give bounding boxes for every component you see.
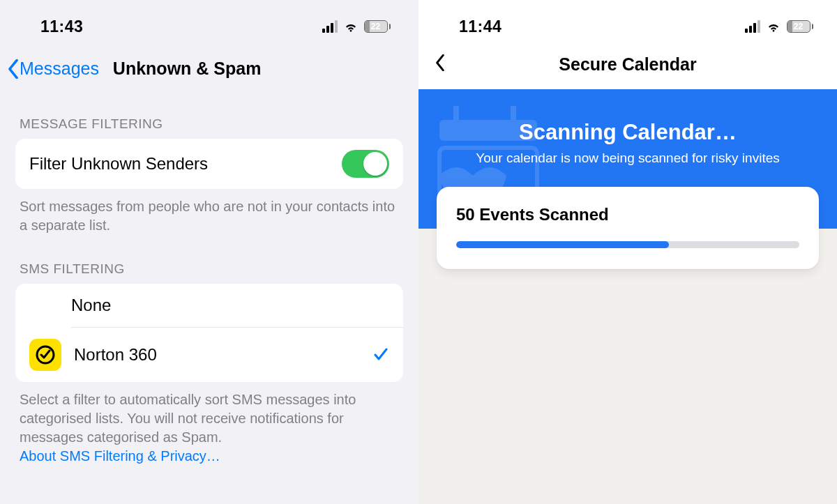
back-button[interactable]: Messages [7, 59, 99, 79]
chevron-left-icon [7, 59, 20, 79]
section-footer-text: Select a filter to automatically sort SM… [15, 382, 403, 466]
status-time: 11:43 [40, 17, 83, 36]
status-bar: 11:43 22 [0, 0, 418, 42]
svg-rect-2 [453, 106, 459, 127]
row-label: Filter Unknown Senders [29, 154, 342, 174]
status-indicators: 22 [322, 20, 391, 33]
row-filter-unknown-senders[interactable]: Filter Unknown Senders [15, 139, 403, 189]
page-title: Secure Calendar [559, 54, 696, 75]
scan-progress-card: 50 Events Scanned [437, 187, 819, 269]
settings-unknown-spam-screen: 11:43 22 Messages Unknown & Spam MESSAGE… [0, 0, 418, 504]
battery-icon: 22 [787, 20, 814, 33]
nav-bar: Messages Unknown & Spam [0, 42, 418, 86]
about-sms-filtering-link[interactable]: About SMS Filtering & Privacy… [20, 448, 220, 464]
status-bar: 11:44 22 [418, 0, 837, 42]
nav-bar: Secure Calendar [418, 42, 837, 79]
sms-filter-option-norton[interactable]: Norton 360 [15, 328, 403, 382]
status-indicators: 22 [745, 20, 814, 33]
page-title: Unknown & Spam [113, 59, 262, 79]
card: Filter Unknown Senders [15, 139, 403, 189]
wifi-icon [343, 21, 359, 32]
status-time: 11:44 [459, 17, 502, 36]
option-label: None [71, 296, 389, 315]
sms-filter-option-none[interactable]: None [15, 284, 403, 327]
section-sms-filtering: SMS FILTERING None Norton 360 Select a f… [0, 261, 418, 466]
secure-calendar-screen: 11:44 22 Secure Calendar [418, 0, 837, 504]
card: None Norton 360 [15, 284, 403, 382]
norton-icon [29, 339, 61, 371]
progress-bar [456, 241, 799, 248]
back-button[interactable] [435, 54, 445, 74]
section-header: SMS FILTERING [15, 261, 403, 284]
cellular-icon [322, 20, 338, 33]
section-header: MESSAGE FILTERING [15, 116, 403, 139]
scan-count-label: 50 Events Scanned [456, 205, 799, 224]
chevron-left-icon [435, 54, 445, 71]
svg-rect-3 [511, 106, 516, 127]
section-footer-text: Sort messages from people who are not in… [15, 189, 403, 235]
toggle-filter-unknown-senders[interactable] [342, 150, 389, 178]
cellular-icon [745, 20, 760, 33]
battery-icon: 22 [364, 20, 391, 33]
wifi-icon [766, 21, 781, 32]
section-message-filtering: MESSAGE FILTERING Filter Unknown Senders… [0, 116, 418, 235]
checkmark-icon [372, 346, 389, 363]
back-label: Messages [20, 59, 99, 79]
progress-fill [456, 241, 669, 248]
option-label: Norton 360 [74, 345, 360, 365]
